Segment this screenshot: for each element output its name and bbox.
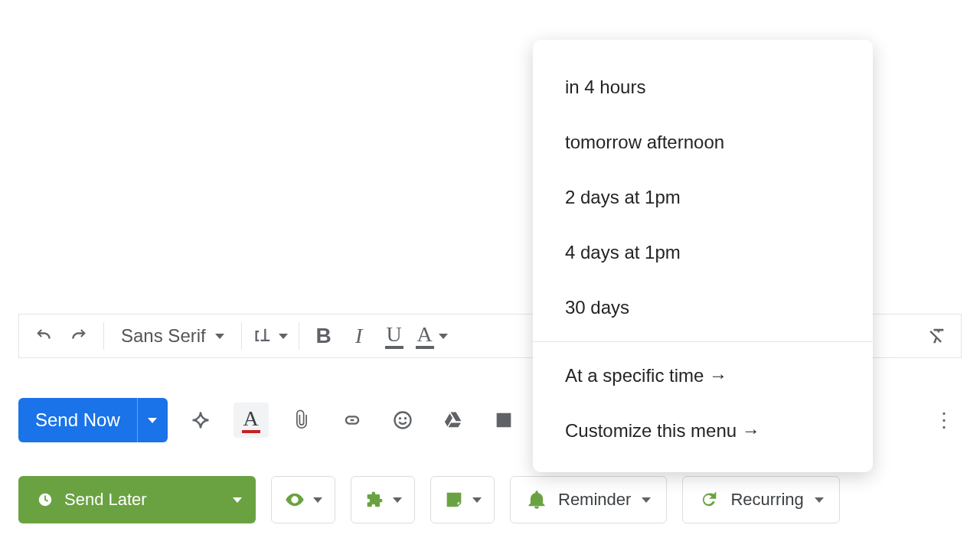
chevron-down-icon [313,497,322,503]
svg-point-3 [293,498,297,502]
clock-icon [37,491,54,508]
reminder-label: Reminder [558,490,631,510]
recurring-button[interactable]: Recurring [682,476,839,523]
drive-icon[interactable] [436,403,471,438]
menu-divider [533,341,873,342]
insert-link-button[interactable] [335,403,370,438]
puzzle-icon [364,489,385,510]
schedule-option[interactable]: in 4 hours [533,60,873,115]
bell-icon [526,489,547,510]
text-color-button[interactable]: A [416,321,448,351]
schedule-customize-menu[interactable]: Customize this menu [533,403,873,458]
italic-button[interactable]: I [345,321,373,351]
chevron-down-icon [215,334,224,339]
ai-icon[interactable] [183,403,218,438]
schedule-menu: in 4 hours tomorrow afternoon 2 days at … [533,40,873,472]
send-now-label: Send Now [35,409,120,431]
note-icon [443,489,465,510]
bold-button[interactable]: B [310,321,338,351]
schedule-option[interactable]: tomorrow afternoon [533,115,873,170]
redo-button[interactable] [65,321,93,351]
insert-emoji-button[interactable] [385,403,420,438]
chevron-down-icon [815,497,824,503]
svg-point-0 [399,417,401,419]
templates-button[interactable] [351,476,415,523]
refresh-icon [698,489,720,510]
attach-file-button[interactable] [284,403,319,438]
chevron-down-icon [233,497,242,503]
send-now-button[interactable]: Send Now [18,398,137,442]
chevron-down-icon [642,497,651,503]
underline-button[interactable]: U [381,321,408,351]
more-options-button[interactable]: ⋮ [928,409,962,432]
font-family-label: Sans Serif [121,325,206,347]
separator [103,322,104,350]
schedule-option[interactable]: 2 days at 1pm [533,170,873,225]
separator [241,322,242,350]
chevron-down-icon [472,497,482,503]
font-family-select[interactable]: Sans Serif [115,325,230,347]
chevron-down-icon [148,418,157,423]
schedule-option[interactable]: 30 days [533,280,873,335]
send-later-label: Send Later [64,490,147,510]
remove-formatting-button[interactable] [923,321,950,351]
track-button[interactable] [271,476,335,523]
schedule-option[interactable]: 4 days at 1pm [533,225,873,280]
undo-button[interactable] [30,321,57,351]
chevron-down-icon [439,334,448,339]
extension-action-row: Send Later Reminder Recurring [18,476,840,523]
svg-point-1 [404,417,407,419]
font-size-button[interactable] [253,321,288,351]
schedule-specific-time[interactable]: At a specific time [533,348,873,403]
recurring-label: Recurring [730,490,803,510]
chevron-down-icon [279,334,288,339]
send-options-dropdown[interactable] [137,398,168,442]
insert-image-button[interactable] [486,403,521,438]
send-now-split-button: Send Now [18,398,168,442]
chevron-down-icon [393,497,402,503]
send-later-button[interactable]: Send Later [18,476,256,523]
notes-button[interactable] [430,476,495,523]
text-styling-button[interactable]: A [234,403,269,438]
separator [299,322,299,350]
eye-icon [284,489,305,510]
reminder-button[interactable]: Reminder [510,476,667,523]
